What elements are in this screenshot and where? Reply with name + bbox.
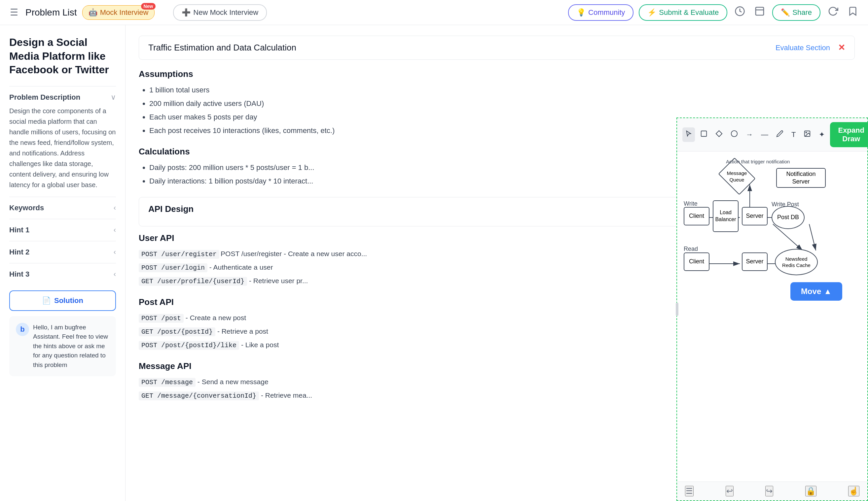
newsfeed-cache-label: NewsfeedRedis Cache <box>782 256 811 269</box>
assistant-box: b Hello, I am bugfree Assistant. Feel fr… <box>9 316 116 376</box>
solution-icon: 📄 <box>42 296 51 305</box>
hint2-label: Hint 2 <box>9 248 29 256</box>
draw-toolbar: → — T ✦ Expand Draw <box>677 118 867 151</box>
newsfeed-cache-node: NewsfeedRedis Cache <box>775 249 818 275</box>
arrow-tool-button[interactable]: → <box>743 128 756 141</box>
assumptions-title: Assumptions <box>139 69 855 79</box>
refresh-button[interactable] <box>826 4 840 21</box>
svg-rect-1 <box>756 7 764 15</box>
more-tools-button[interactable]: ✦ <box>816 128 827 141</box>
move-button[interactable]: Move ▲ <box>791 282 842 301</box>
solution-button[interactable]: 📄 Solution <box>9 290 116 311</box>
nav-left: ☰ Problem List 🤖 Mock Interview New ➕ Ne… <box>8 4 267 21</box>
top-navigation: ☰ Problem List 🤖 Mock Interview New ➕ Ne… <box>0 0 868 25</box>
hint2-section: Hint 2 ‹ <box>9 241 116 263</box>
close-section-button[interactable]: ✕ <box>838 43 845 53</box>
problem-list-label: Problem List <box>25 7 77 18</box>
message-queue-label: MessageQueue <box>727 170 747 183</box>
server-write-label: Server <box>746 212 763 220</box>
diamond-tool-button[interactable] <box>713 127 725 142</box>
lock-button[interactable]: 🔒 <box>805 486 816 497</box>
mock-interview-button[interactable]: 🤖 Mock Interview New <box>82 5 155 20</box>
chevron-down-icon: ∨ <box>111 93 116 102</box>
rectangle-tool-button[interactable] <box>698 127 710 142</box>
community-icon: 💡 <box>577 8 586 17</box>
keywords-header[interactable]: Keywords ‹ <box>9 204 116 212</box>
list-item: 1 billion total users <box>149 85 855 95</box>
new-mock-interview-button[interactable]: ➕ New Mock Interview <box>173 4 267 21</box>
server-read-node: Server <box>742 253 767 271</box>
keywords-section: Keywords ‹ <box>9 197 116 219</box>
draw-bottom-bar: ☰ ↩ ↪ 🔒 ☝ <box>677 481 867 500</box>
layout-button[interactable] <box>752 4 767 21</box>
redo-button[interactable]: ↪ <box>765 486 773 497</box>
nav-center: ➕ New Mock Interview <box>173 4 267 21</box>
submit-evaluate-button[interactable]: ⚡ Submit & Evaluate <box>639 4 727 21</box>
new-mock-label: New Mock Interview <box>193 8 258 17</box>
new-badge: New <box>141 3 156 10</box>
client-read-node: Client <box>684 253 710 271</box>
submit-icon: ⚡ <box>647 8 656 17</box>
post-db-label: Post DB <box>777 214 799 221</box>
menu-icon-button[interactable]: ☰ <box>685 486 693 497</box>
hint1-chevron-icon: ‹ <box>114 226 116 234</box>
move-up-icon: ▲ <box>824 287 832 296</box>
share-button[interactable]: ✏️ Share <box>772 4 820 21</box>
hint3-header[interactable]: Hint 3 ‹ <box>9 270 116 279</box>
assistant-text: Hello, I am bugfree Assistant. Feel free… <box>33 323 109 370</box>
cursor-button[interactable]: ☝ <box>848 486 859 497</box>
evaluate-section-link[interactable]: Evaluate Section <box>775 44 830 52</box>
solution-label: Solution <box>54 296 83 305</box>
main-layout: Design a Social Media Platform like Face… <box>0 25 868 501</box>
image-tool-button[interactable] <box>801 127 814 142</box>
svg-line-14 <box>809 224 816 250</box>
community-button[interactable]: 💡 Community <box>568 4 634 21</box>
client-write-node: Client <box>684 207 710 225</box>
problem-description-section: Problem Description ∨ Design the core co… <box>9 86 116 197</box>
hint1-header[interactable]: Hint 1 ‹ <box>9 226 116 234</box>
content-area: Traffic Estimation and Data Calculation … <box>126 25 868 501</box>
panel-resize-handle[interactable] <box>676 303 678 316</box>
client-read-label: Client <box>689 258 704 265</box>
move-label: Move <box>801 287 821 296</box>
keywords-label: Keywords <box>9 204 44 212</box>
new-mock-icon: ➕ <box>182 8 191 17</box>
select-tool-button[interactable] <box>682 127 695 142</box>
submit-label: Submit & Evaluate <box>659 8 719 17</box>
load-balancer-node: LoadBalancer <box>713 200 739 232</box>
history-button[interactable] <box>733 4 747 21</box>
hint3-label: Hint 3 <box>9 270 29 279</box>
hint1-section: Hint 1 ‹ <box>9 219 116 241</box>
draw-panel: → — T ✦ Expand Draw <box>677 117 868 501</box>
expand-draw-button[interactable]: Expand Draw <box>830 122 868 147</box>
hint2-header[interactable]: Hint 2 ‹ <box>9 248 116 256</box>
pencil-tool-button[interactable] <box>774 127 786 142</box>
mock-interview-label: Mock Interview <box>100 8 149 17</box>
svg-rect-3 <box>701 131 707 137</box>
read-label: Read <box>684 246 698 253</box>
svg-point-5 <box>731 131 737 137</box>
hint1-label: Hint 1 <box>9 226 29 234</box>
problem-description-label: Problem Description <box>9 93 80 102</box>
text-tool-button[interactable]: T <box>789 128 798 141</box>
line-tool-button[interactable]: — <box>759 128 771 141</box>
circle-tool-button[interactable] <box>728 127 741 142</box>
hint3-section: Hint 3 ‹ <box>9 263 116 285</box>
bookmark-button[interactable] <box>846 4 860 21</box>
post-db-node: Post DB <box>772 206 805 229</box>
problem-description-header[interactable]: Problem Description ∨ <box>9 93 116 102</box>
problem-description-content: Design the core components of a social m… <box>9 106 116 190</box>
write-label: Write <box>684 200 698 207</box>
server-write-node: Server <box>742 207 767 225</box>
svg-marker-4 <box>716 131 722 137</box>
share-icon: ✏️ <box>781 8 790 17</box>
list-item: 200 million daily active users (DAU) <box>149 98 855 109</box>
problem-title: Design a Social Media Platform like Face… <box>9 36 116 77</box>
notification-server-node: Notification Server <box>776 168 826 188</box>
notification-server-label: Notification Server <box>777 170 825 186</box>
draw-canvas[interactable]: Write Read Client LoadBalancer Server Wr… <box>677 151 867 481</box>
hamburger-menu-button[interactable]: ☰ <box>8 5 20 20</box>
undo-button[interactable]: ↩ <box>726 486 734 497</box>
section-name: Traffic Estimation and Data Calculation <box>148 43 296 53</box>
hint2-chevron-icon: ‹ <box>114 248 116 256</box>
